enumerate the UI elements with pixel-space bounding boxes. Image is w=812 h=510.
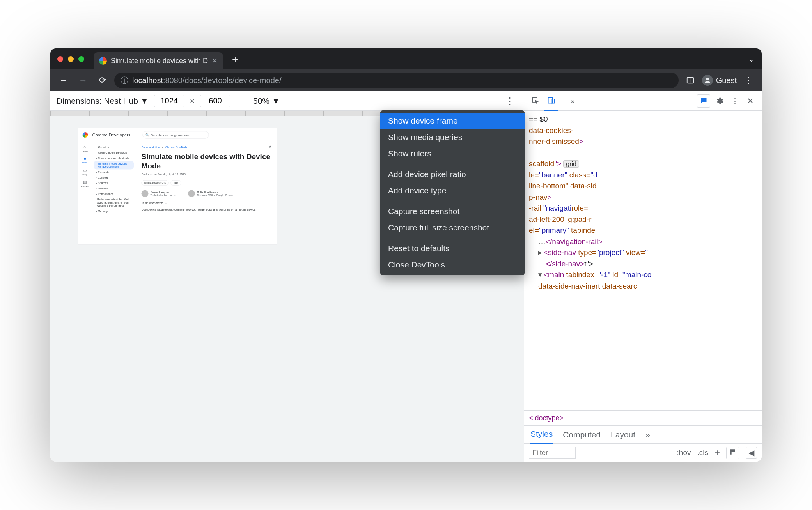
chip[interactable]: Emulate conditions <box>142 180 169 186</box>
intro-paragraph: Use Device Mode to approximate how your … <box>142 208 272 211</box>
dom-breadcrumb[interactable]: <!doctype> <box>524 410 762 426</box>
settings-icon[interactable] <box>713 94 726 108</box>
styles-filter-bar: :hov .cls + ◀ <box>524 444 762 462</box>
zoom-dropdown[interactable]: 50% ▼ <box>253 96 280 106</box>
search-input[interactable]: 🔍 Search docs, blogs and more <box>142 131 209 138</box>
svg-rect-0 <box>687 78 693 83</box>
device-toolbar-menu: Show device frameShow media queriesShow … <box>380 110 525 275</box>
page-main: Documentation›Chrome DevTools ⋔ Simulate… <box>136 142 277 245</box>
svg-rect-5 <box>551 99 554 103</box>
devtools-toolbar: » ⋮ ✕ <box>524 91 762 111</box>
menu-item-close-devtools[interactable]: Close DevTools <box>380 257 525 273</box>
share-icon[interactable]: ⋔ <box>269 145 272 149</box>
tag-chips: Emulate conditionsTest <box>142 180 272 186</box>
caret-down-icon: ▼ <box>272 96 280 106</box>
breadcrumb-link[interactable]: Chrome DevTools <box>165 145 187 149</box>
menu-item-show-media-queries[interactable]: Show media queries <box>380 129 525 145</box>
side-item[interactable]: Performance insights: Get actionable ins… <box>94 197 134 209</box>
url-path: :8080/docs/devtools/device-mode/ <box>163 76 282 85</box>
menu-item-show-rulers[interactable]: Show rulers <box>380 145 525 162</box>
hov-toggle[interactable]: :hov <box>677 448 691 457</box>
browser-window: Simulate mobile devices with D ✕ ＋ ⌄ ← →… <box>50 48 762 462</box>
page-header: Chrome Developers 🔍 Search docs, blogs a… <box>78 128 277 142</box>
side-item[interactable]: Open Chrome DevTools <box>94 150 134 156</box>
tab-styles[interactable]: Styles <box>530 426 553 444</box>
minimize-window-icon[interactable] <box>68 56 74 62</box>
back-button[interactable]: ← <box>56 73 71 88</box>
device-mode-pane: Dimensions: Nest Hub ▼ × 50% ▼ ⋮ <box>50 91 524 462</box>
device-toolbar-more-icon[interactable]: ⋮ <box>502 96 518 106</box>
side-item[interactable]: ▸Console <box>94 175 134 181</box>
menu-item-capture-screenshot[interactable]: Capture screenshot <box>380 203 525 220</box>
tab-layout[interactable]: Layout <box>611 426 635 444</box>
side-item[interactable]: Simulate mobile devices with Device Mode <box>94 161 134 170</box>
breadcrumb-link[interactable]: Documentation <box>142 145 160 149</box>
side-item[interactable]: ▸Network <box>94 186 134 191</box>
nav-articles[interactable]: ▤Articles <box>81 180 89 188</box>
home-icon: ⌂ <box>83 145 86 149</box>
menu-item-show-device-frame[interactable]: Show device frame <box>380 113 525 129</box>
devtools-panel: » ⋮ ✕ == $0data-cookies-nner-dismissed> … <box>524 91 762 462</box>
author: Kayce BasquesTechnically, I'm a writer <box>142 190 177 197</box>
dimension-separator: × <box>190 96 195 106</box>
dimensions-dropdown[interactable]: Dimensions: Nest Hub ▼ <box>57 96 149 106</box>
more-tabs-icon[interactable]: » <box>566 94 579 108</box>
chevron-down-icon[interactable]: ⌄ <box>748 54 755 64</box>
side-item[interactable]: ▸Memory <box>94 209 134 214</box>
blog-icon: ▭ <box>83 168 87 173</box>
publish-date: Published on Monday, April 13, 2015 <box>142 172 272 175</box>
side-item[interactable]: ▸Performance <box>94 191 134 197</box>
menu-item-add-device-pixel-ratio[interactable]: Add device pixel ratio <box>380 166 525 182</box>
page-title: Simulate mobile devices with Device Mode <box>142 152 272 171</box>
side-item[interactable]: ▸Elements <box>94 170 134 175</box>
address-bar[interactable]: ⓘ localhost:8080/docs/devtools/device-mo… <box>114 73 679 88</box>
feedback-icon[interactable] <box>697 94 710 108</box>
close-tab-icon[interactable]: ✕ <box>212 57 218 65</box>
browser-tab[interactable]: Simulate mobile devices with D ✕ <box>94 52 223 69</box>
tab-title: Simulate mobile devices with D <box>111 57 208 65</box>
toggle-device-toolbar-icon[interactable] <box>544 91 558 111</box>
device-toolbar: Dimensions: Nest Hub ▼ × 50% ▼ ⋮ <box>50 91 524 111</box>
side-item[interactable]: ▸Commands and shortcuts <box>94 156 134 161</box>
elements-dom-tree[interactable]: == $0data-cookies-nner-dismissed> scaffo… <box>524 111 762 410</box>
styles-filter-input[interactable] <box>529 447 576 459</box>
side-item[interactable]: Overview <box>94 145 134 150</box>
nav-blog[interactable]: ▭Blog <box>82 168 87 176</box>
reload-button[interactable]: ⟳ <box>95 73 110 88</box>
articles-icon: ▤ <box>83 180 87 184</box>
kebab-menu-icon[interactable]: ⋮ <box>741 73 756 88</box>
nav-docs[interactable]: ■Docs <box>82 156 87 164</box>
forward-button[interactable]: → <box>75 73 91 88</box>
emulated-page: Chrome Developers 🔍 Search docs, blogs a… <box>78 128 277 245</box>
chip[interactable]: Test <box>170 180 181 186</box>
width-input[interactable] <box>154 95 184 107</box>
height-input[interactable] <box>200 95 230 107</box>
cls-toggle[interactable]: .cls <box>697 448 708 457</box>
menu-item-reset-to-defaults[interactable]: Reset to defaults <box>380 240 525 257</box>
breadcrumb: Documentation›Chrome DevTools <box>142 145 187 149</box>
profile-button[interactable]: Guest <box>702 75 737 86</box>
site-info-icon[interactable]: ⓘ <box>121 75 128 86</box>
author: Sofia EmelianovaTechnical Writer, Google… <box>188 190 234 197</box>
inspect-element-icon[interactable] <box>529 94 542 108</box>
svg-rect-4 <box>548 97 552 103</box>
authors: Kayce BasquesTechnically, I'm a writerSo… <box>142 190 272 197</box>
devtools-more-icon[interactable]: ⋮ <box>728 94 741 108</box>
menu-item-add-device-type[interactable]: Add device type <box>380 182 525 199</box>
close-window-icon[interactable] <box>57 56 63 62</box>
nav-home[interactable]: ⌂Home <box>82 145 88 152</box>
new-tab-button[interactable]: ＋ <box>230 52 240 66</box>
tab-computed[interactable]: Computed <box>563 426 601 444</box>
paint-brush-icon[interactable] <box>726 447 739 459</box>
new-style-rule-icon[interactable]: + <box>714 447 720 458</box>
maximize-window-icon[interactable] <box>78 56 84 62</box>
side-panel-icon[interactable] <box>683 73 698 88</box>
close-devtools-icon[interactable]: ✕ <box>744 94 757 108</box>
chevron-down-icon: ⌄ <box>165 201 168 205</box>
side-item[interactable]: ▸Sources <box>94 181 134 186</box>
collapse-pane-icon[interactable]: ◀ <box>746 447 757 459</box>
profile-label: Guest <box>716 76 737 85</box>
table-of-contents-toggle[interactable]: Table of contents ⌄ <box>142 201 272 205</box>
more-tabs-icon[interactable]: » <box>645 426 650 444</box>
menu-item-capture-full-size-screenshot[interactable]: Capture full size screenshot <box>380 220 525 236</box>
